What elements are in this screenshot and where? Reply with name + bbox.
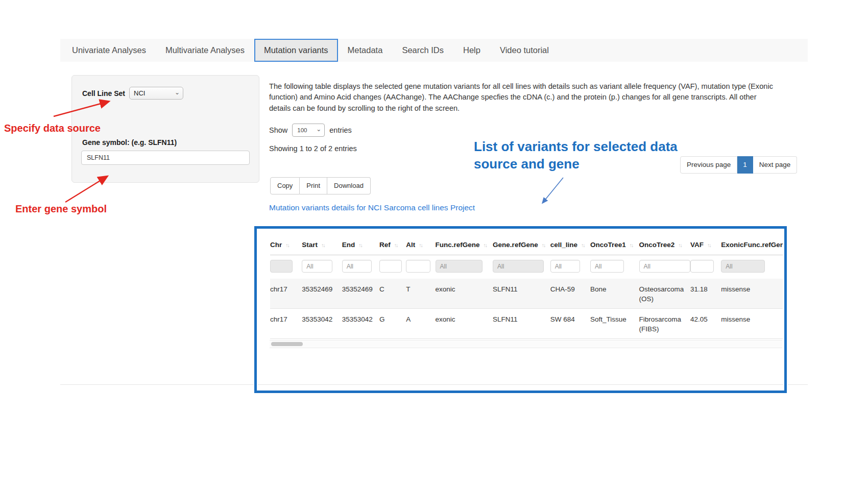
page-divider <box>60 384 254 385</box>
column-header-oncotree2[interactable]: OncoTree2↑↓ <box>639 233 691 255</box>
print-button[interactable]: Print <box>300 177 327 194</box>
column-header-label: Ref <box>379 241 391 249</box>
table-cell: Bone <box>590 279 639 309</box>
table-cell: 35353042 <box>302 309 342 339</box>
filter-exonicfunc-refgene[interactable]: All <box>721 260 765 273</box>
column-header-label: Gene.refGene <box>493 241 538 249</box>
copy-button[interactable]: Copy <box>270 177 300 194</box>
sort-icon: ↑↓ <box>285 242 289 248</box>
table-cell: A <box>406 309 435 339</box>
horizontal-scrollbar <box>270 340 782 348</box>
sort-icon: ↑↓ <box>484 242 487 248</box>
column-header-start[interactable]: Start↑↓ <box>302 233 342 255</box>
table-filter-row: AllAllAllAllAllAllAllAll <box>270 255 783 279</box>
column-header-label: ExonicFunc.refGene <box>721 241 783 249</box>
annotation-line-2: source and gene <box>474 155 678 173</box>
filter-cell-line[interactable]: All <box>550 260 580 273</box>
filter-ref[interactable] <box>379 260 402 273</box>
annotation-enter-gene-symbol: Enter gene symbol <box>15 203 107 215</box>
sort-icon: ↑↓ <box>419 242 422 248</box>
column-header-label: Start <box>302 241 318 249</box>
filter-oncotree1[interactable]: All <box>590 260 624 273</box>
filter-end[interactable]: All <box>342 260 372 273</box>
table-cell: Soft_Tissue <box>590 309 639 339</box>
sort-icon: ↑↓ <box>678 242 682 248</box>
chevron-down-icon: ⌄ <box>175 89 180 95</box>
filter-vaf[interactable] <box>690 260 714 273</box>
table-cell: C <box>379 279 406 309</box>
table-cell: CHA-59 <box>550 279 590 309</box>
column-header-alt[interactable]: Alt↑↓ <box>406 233 435 255</box>
app-page: Univariate Analyses Multivariate Analyse… <box>0 0 868 488</box>
next-page-button[interactable]: Next page <box>753 156 798 174</box>
page-divider <box>788 384 808 385</box>
table-cell: Fibrosarcoma (FIBS) <box>639 309 691 339</box>
column-header-chr[interactable]: Chr↑↓ <box>270 233 302 255</box>
scrollbar-thumb[interactable] <box>271 342 303 346</box>
cell-line-set-value: NCI <box>134 89 145 97</box>
column-header-exonicfunc-refgene[interactable]: ExonicFunc.refGene↑↓ <box>721 233 783 255</box>
previous-page-button[interactable]: Previous page <box>680 156 737 174</box>
tab-mutation-variants[interactable]: Mutation variants <box>254 39 338 62</box>
filter-start[interactable]: All <box>302 260 332 273</box>
column-header-vaf[interactable]: VAF↑↓ <box>690 233 721 255</box>
table-cell: SLFN11 <box>493 309 550 339</box>
current-page-button[interactable]: 1 <box>737 156 753 174</box>
annotation-line-1: List of variants for selected data <box>474 138 678 155</box>
cell-line-set-label: Cell Line Set <box>82 89 125 97</box>
table-cell: exonic <box>436 309 493 339</box>
table-caption-link[interactable]: Mutation variants details for NCI Sarcom… <box>269 203 475 212</box>
filter-cell: All <box>550 255 590 279</box>
table-cell: SW 684 <box>550 309 590 339</box>
show-entries-row: Show 100 ⌄ entries <box>269 124 352 137</box>
tab-help[interactable]: Help <box>453 39 490 62</box>
sort-icon: ↑↓ <box>581 242 585 248</box>
filter-func-refgene[interactable]: All <box>436 260 483 273</box>
filter-oncotree2[interactable]: All <box>639 260 690 273</box>
filter-alt[interactable] <box>406 260 430 273</box>
table-cell: G <box>379 309 406 339</box>
table-cell: Osteosarcoma (OS) <box>639 279 691 309</box>
page-length-value: 100 <box>297 127 307 133</box>
variants-table: Chr↑↓Start↑↓End↑↓Ref↑↓Alt↑↓Func.refGene↑… <box>270 233 783 339</box>
variants-table-container: Chr↑↓Start↑↓End↑↓Ref↑↓Alt↑↓Func.refGene↑… <box>254 226 787 393</box>
gene-symbol-label: Gene symbol: (e.g. SLFN11) <box>82 138 177 147</box>
filter-cell <box>379 255 406 279</box>
cell-line-set-select[interactable]: NCI ⌄ <box>129 87 183 100</box>
table-cell: T <box>406 279 435 309</box>
gene-symbol-input[interactable] <box>81 151 250 165</box>
table-cell: 35353042 <box>342 309 379 339</box>
pagination: Previous page 1 Next page <box>680 156 797 174</box>
table-header-row: Chr↑↓Start↑↓End↑↓Ref↑↓Alt↑↓Func.refGene↑… <box>270 233 783 255</box>
column-header-label: Alt <box>406 241 415 249</box>
column-header-func-refgene[interactable]: Func.refGene↑↓ <box>436 233 493 255</box>
table-cell: exonic <box>436 279 493 309</box>
download-button[interactable]: Download <box>327 177 371 194</box>
tab-video-tutorial[interactable]: Video tutorial <box>490 39 559 62</box>
showing-entries-status: Showing 1 to 2 of 2 entries <box>269 144 357 153</box>
column-header-end[interactable]: End↑↓ <box>342 233 379 255</box>
column-header-cell-line[interactable]: cell_line↑↓ <box>550 233 590 255</box>
sort-icon: ↑↓ <box>707 242 711 248</box>
column-header-ref[interactable]: Ref↑↓ <box>379 233 406 255</box>
table-row: chr173535246935352469CTexonicSLFN11CHA-5… <box>270 279 783 309</box>
filter-chr[interactable] <box>270 260 293 273</box>
filter-cell: All <box>302 255 342 279</box>
page-length-select[interactable]: 100 ⌄ <box>292 124 325 137</box>
tab-search-ids[interactable]: Search IDs <box>392 39 453 62</box>
table-description: The following table displays the selecte… <box>269 81 780 114</box>
entries-label: entries <box>329 126 352 134</box>
tab-multivariate-analyses[interactable]: Multivariate Analyses <box>156 39 254 62</box>
column-header-label: End <box>342 241 355 249</box>
tab-univariate-analyses[interactable]: Univariate Analyses <box>62 39 156 62</box>
column-header-gene-refgene[interactable]: Gene.refGene↑↓ <box>493 233 550 255</box>
filter-cell <box>406 255 435 279</box>
filter-gene-refgene[interactable]: All <box>493 260 544 273</box>
sort-icon: ↑↓ <box>542 242 545 248</box>
tab-metadata[interactable]: Metadata <box>338 39 393 62</box>
column-header-label: cell_line <box>550 241 577 249</box>
annotation-list-of-variants: List of variants for selected data sourc… <box>474 138 678 173</box>
column-header-oncotree1[interactable]: OncoTree1↑↓ <box>590 233 639 255</box>
filter-cell: All <box>436 255 493 279</box>
filter-cell: All <box>721 255 783 279</box>
